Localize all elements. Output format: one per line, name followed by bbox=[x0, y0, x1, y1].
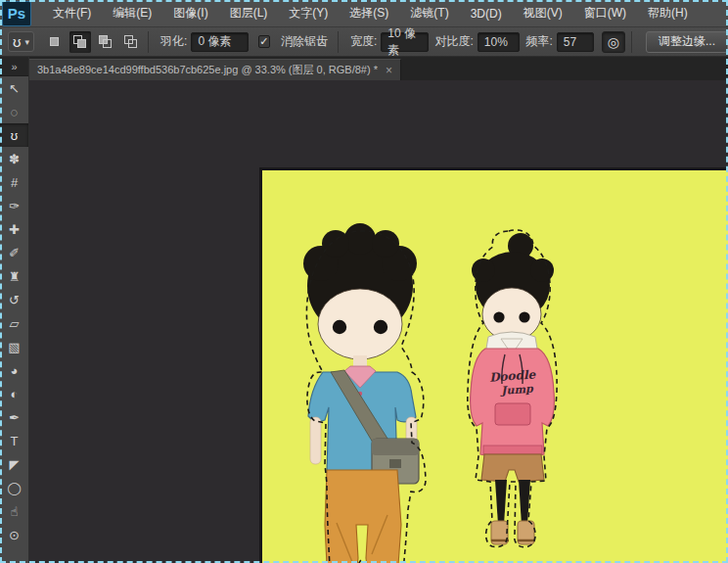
pen-tool[interactable]: ✒ bbox=[0, 405, 28, 429]
menu-window[interactable]: 窗口(W) bbox=[584, 5, 626, 22]
feather-input[interactable]: 0 像素 bbox=[191, 32, 248, 52]
magnetic-lasso-tool[interactable]: ʊ bbox=[0, 123, 28, 147]
menu-help[interactable]: 帮助(H) bbox=[648, 5, 688, 22]
zoom-tool[interactable]: ⊙ bbox=[0, 523, 28, 546]
menu-select[interactable]: 选择(S) bbox=[349, 5, 388, 22]
ellipse-shape-tool[interactable]: ◯ bbox=[0, 476, 28, 499]
separator bbox=[148, 31, 149, 53]
pen-pressure-icon: ◎ bbox=[608, 34, 619, 50]
menu-3d[interactable]: 3D(D) bbox=[471, 7, 502, 21]
frequency-input[interactable]: 57 bbox=[557, 32, 594, 52]
boy-figure bbox=[303, 223, 426, 563]
document-title: 3b1a48e89ce14cd99ffbd536b7cb625e.jpg @ 3… bbox=[37, 63, 378, 77]
history-brush-tool[interactable]: ↺ bbox=[0, 288, 28, 311]
tool-list: ↖ ◌ ʊ ✽ # ✑ ✚ ✐ ♜ ↺ ▱ ▧ ◕ ◐ ✒ T ◤ ◯ ☝ ⊙ bbox=[0, 76, 28, 546]
antialias-label: 消除锯齿 bbox=[281, 33, 328, 50]
cartoon-illustration: Doodle Jump bbox=[262, 170, 728, 563]
clone-stamp-tool[interactable]: ♜ bbox=[0, 264, 28, 288]
separator bbox=[631, 31, 632, 53]
document-image[interactable]: Doodle Jump bbox=[259, 167, 728, 563]
menu-layer[interactable]: 图层(L) bbox=[230, 5, 268, 22]
contrast-input[interactable]: 10% bbox=[478, 32, 521, 52]
elliptical-marquee-tool[interactable]: ◌ bbox=[0, 100, 28, 123]
tab-strip: 3b1a48e89ce14cd99ffbd536b7cb625e.jpg @ 3… bbox=[29, 57, 728, 80]
antialias-checkbox[interactable]: ✓ bbox=[258, 35, 270, 48]
canvas-area[interactable]: Doodle Jump bbox=[29, 80, 728, 563]
menu-file[interactable]: 文件(F) bbox=[53, 5, 91, 22]
path-selection-tool[interactable]: ◤ bbox=[0, 452, 28, 476]
menu-bar: Ps 文件(F) 编辑(E) 图像(I) 图层(L) 文字(Y) 选择(S) 滤… bbox=[0, 0, 728, 27]
menu-filter[interactable]: 滤镜(T) bbox=[410, 5, 448, 22]
intersect-selection-button[interactable] bbox=[120, 31, 142, 53]
new-selection-button[interactable] bbox=[44, 31, 66, 53]
pen-pressure-button[interactable]: ◎ bbox=[602, 31, 625, 53]
chevron-down-icon: ▾ bbox=[25, 37, 30, 47]
photoshop-window: Ps 文件(F) 编辑(E) 图像(I) 图层(L) 文字(Y) 选择(S) 滤… bbox=[0, 0, 728, 563]
eyedropper-tool[interactable]: ✑ bbox=[0, 194, 28, 217]
options-bar: ʊ ▾ 羽化: 0 像素 ✓ 消除锯齿 宽度: 10 bbox=[0, 27, 728, 57]
selection-mode-group bbox=[44, 31, 142, 53]
gradient-tool[interactable]: ▧ bbox=[0, 335, 28, 358]
girl-figure: Doodle Jump bbox=[468, 230, 557, 547]
close-icon[interactable]: × bbox=[386, 64, 392, 77]
subtract-from-selection-button[interactable] bbox=[95, 31, 116, 53]
separator bbox=[338, 31, 339, 53]
brush-tool[interactable]: ✐ bbox=[0, 241, 28, 264]
ps-logo: Ps bbox=[2, 1, 31, 26]
hand-tool[interactable]: ☝ bbox=[0, 499, 28, 523]
toolbar-collapse-button[interactable]: » bbox=[0, 57, 28, 76]
move-tool[interactable]: ↖ bbox=[0, 76, 28, 100]
healing-brush-tool[interactable]: ✚ bbox=[0, 217, 28, 241]
width-label: 宽度: bbox=[350, 33, 377, 50]
menu-view[interactable]: 视图(V) bbox=[523, 5, 563, 22]
frequency-label: 频率: bbox=[525, 33, 552, 50]
tool-preset-picker[interactable]: ʊ ▾ bbox=[8, 31, 34, 52]
menu-items: 文件(F) 编辑(E) 图像(I) 图层(L) 文字(Y) 选择(S) 滤镜(T… bbox=[53, 5, 688, 22]
document-tab[interactable]: 3b1a48e89ce14cd99ffbd536b7cb625e.jpg @ 3… bbox=[29, 59, 401, 80]
contrast-label: 对比度: bbox=[434, 33, 473, 50]
eraser-tool[interactable]: ▱ bbox=[0, 311, 28, 335]
magnetic-lasso-icon: ʊ bbox=[13, 34, 22, 49]
add-to-selection-button[interactable] bbox=[69, 31, 91, 53]
dodge-tool[interactable]: ◐ bbox=[0, 382, 28, 405]
hoodie-text-line2: Jump bbox=[499, 382, 535, 397]
width-input[interactable]: 10 像素 bbox=[381, 32, 429, 52]
menu-type[interactable]: 文字(Y) bbox=[289, 5, 328, 22]
new-selection-icon bbox=[50, 37, 59, 46]
menu-image[interactable]: 图像(I) bbox=[173, 5, 207, 22]
type-tool[interactable]: T bbox=[0, 429, 28, 452]
blur-tool[interactable]: ◕ bbox=[0, 358, 28, 382]
tools-panel: » ↖ ◌ ʊ ✽ # ✑ ✚ ✐ ♜ ↺ ▱ ▧ ◕ ◐ ✒ T ◤ ◯ ☝ … bbox=[0, 57, 29, 563]
menu-edit[interactable]: 编辑(E) bbox=[113, 5, 152, 22]
quick-selection-tool[interactable]: ✽ bbox=[0, 147, 28, 170]
feather-label: 羽化: bbox=[160, 33, 187, 50]
refine-edge-button[interactable]: 调整边缘... bbox=[646, 31, 728, 53]
crop-tool[interactable]: # bbox=[0, 170, 28, 194]
